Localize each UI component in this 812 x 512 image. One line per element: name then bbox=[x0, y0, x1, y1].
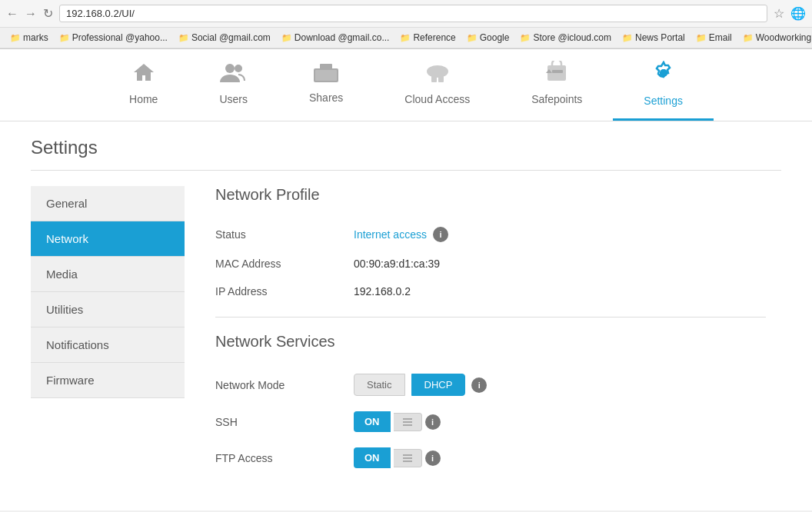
settings-main: Network Profile Status Internet access i… bbox=[200, 186, 781, 476]
ftp-row: FTP Access ON i bbox=[215, 440, 766, 476]
sidebar-item-utilities[interactable]: Utilities bbox=[31, 292, 185, 327]
users-icon bbox=[220, 61, 248, 89]
cloud-icon bbox=[422, 61, 453, 89]
home-icon bbox=[131, 61, 156, 89]
ftp-on-button[interactable]: ON bbox=[354, 447, 391, 468]
switch-lines-icon bbox=[403, 454, 412, 462]
ssh-on-button[interactable]: ON bbox=[354, 411, 391, 432]
settings-page: Settings General Network Media Utilities… bbox=[0, 121, 812, 491]
ssh-label: SSH bbox=[215, 416, 354, 428]
bookmark-label: Download @gmail.co... bbox=[295, 32, 390, 43]
browser-chrome: ← → ↻ ☆ 🌐 📁 marks 📁 Professional @yahoo.… bbox=[0, 0, 812, 49]
nav-shares[interactable]: Shares bbox=[278, 49, 374, 121]
bookmark-label: Google bbox=[480, 32, 510, 43]
address-input[interactable] bbox=[59, 5, 767, 22]
sidebar-item-network[interactable]: Network bbox=[31, 221, 185, 257]
ftp-info-icon[interactable]: i bbox=[425, 450, 441, 466]
status-text: Internet access bbox=[354, 228, 427, 241]
page-content: Home Users bbox=[0, 49, 812, 510]
ssh-toggle: ON i bbox=[354, 411, 441, 432]
folder-icon: 📁 bbox=[520, 33, 531, 43]
bookmark-professional[interactable]: 📁 Professional @yahoo... bbox=[55, 31, 171, 45]
nav-users-label: Users bbox=[219, 93, 248, 105]
dhcp-button[interactable]: DHCP bbox=[411, 374, 466, 396]
svg-point-0 bbox=[225, 64, 235, 73]
ftp-off-button[interactable] bbox=[394, 449, 422, 467]
bookmark-label: Woodworking bbox=[756, 32, 811, 43]
shares-icon bbox=[314, 61, 338, 88]
network-mode-toggle: Static DHCP i bbox=[354, 374, 487, 396]
svg-point-5 bbox=[427, 65, 448, 78]
bookmark-store[interactable]: 📁 Store @icloud.com bbox=[516, 31, 615, 45]
folder-icon: 📁 bbox=[178, 33, 189, 43]
folder-icon: 📁 bbox=[743, 33, 754, 43]
folder-icon: 📁 bbox=[400, 33, 411, 43]
bookmark-google[interactable]: 📁 Google bbox=[463, 31, 514, 45]
nav-cloud[interactable]: Cloud Access bbox=[374, 49, 501, 121]
forward-icon[interactable]: → bbox=[25, 7, 37, 21]
bookmark-star-icon[interactable]: ☆ bbox=[774, 6, 784, 21]
nav-users[interactable]: Users bbox=[188, 49, 278, 121]
settings-sidebar: General Network Media Utilities Notifica… bbox=[31, 186, 185, 476]
svg-rect-9 bbox=[552, 70, 563, 73]
bookmark-label: Email bbox=[709, 32, 732, 43]
sidebar-item-general[interactable]: General bbox=[31, 186, 185, 221]
nav-home[interactable]: Home bbox=[98, 49, 188, 121]
nav-header: Home Users bbox=[0, 49, 812, 121]
ssh-info-icon[interactable]: i bbox=[425, 414, 441, 430]
folder-icon: 📁 bbox=[622, 33, 633, 43]
ftp-toggle: ON i bbox=[354, 447, 441, 468]
svg-point-11 bbox=[660, 69, 667, 77]
mac-label: MAC Address bbox=[215, 258, 354, 270]
bookmark-marks[interactable]: 📁 marks bbox=[6, 31, 52, 45]
svg-rect-3 bbox=[320, 64, 332, 70]
bookmark-email[interactable]: 📁 Email bbox=[692, 31, 736, 45]
static-button[interactable]: Static bbox=[354, 374, 405, 396]
ip-row: IP Address 192.168.0.2 bbox=[215, 278, 766, 305]
bookmark-woodworking[interactable]: 📁 Woodworking bbox=[739, 31, 812, 45]
nav-home-label: Home bbox=[129, 93, 158, 105]
switch-lines-icon bbox=[403, 418, 412, 426]
bookmark-label: News Portal bbox=[635, 32, 685, 43]
bookmark-reference[interactable]: 📁 Reference bbox=[396, 31, 459, 45]
sidebar-item-notifications[interactable]: Notifications bbox=[31, 327, 185, 363]
nav-safepoints-label: Safepoints bbox=[531, 93, 582, 105]
services-divider bbox=[215, 317, 766, 318]
status-row: Status Internet access i bbox=[215, 219, 766, 250]
network-mode-label: Network Mode bbox=[215, 379, 354, 391]
status-info-icon[interactable]: i bbox=[433, 227, 448, 242]
ssh-off-button[interactable] bbox=[394, 413, 422, 431]
status-label: Status bbox=[215, 228, 354, 241]
mac-value: 00:90:a9:d1:ca:39 bbox=[354, 258, 440, 270]
bookmark-social[interactable]: 📁 Social @gmail.com bbox=[175, 31, 275, 45]
nav-items: Home Users bbox=[98, 49, 714, 121]
network-services-title: Network Services bbox=[215, 333, 766, 351]
bookmark-label: Social @gmail.com bbox=[191, 32, 271, 43]
page-title: Settings bbox=[31, 137, 781, 158]
sidebar-item-firmware[interactable]: Firmware bbox=[31, 363, 185, 398]
nav-shares-label: Shares bbox=[309, 91, 343, 104]
back-icon[interactable]: ← bbox=[6, 7, 18, 21]
network-mode-row: Network Mode Static DHCP i bbox=[215, 366, 766, 404]
mode-info-icon[interactable]: i bbox=[471, 377, 487, 393]
nav-settings[interactable]: Settings bbox=[613, 49, 714, 121]
network-profile-title: Network Profile bbox=[215, 186, 766, 204]
bookmark-label: marks bbox=[23, 32, 48, 43]
bookmark-download[interactable]: 📁 Download @gmail.co... bbox=[278, 31, 394, 45]
bookmarks-bar: 📁 marks 📁 Professional @yahoo... 📁 Socia… bbox=[0, 28, 812, 48]
nav-safepoints[interactable]: Safepoints bbox=[501, 49, 613, 121]
reload-icon[interactable]: ↻ bbox=[43, 6, 53, 21]
svg-rect-7 bbox=[438, 75, 444, 82]
bookmark-label: Professional @yahoo... bbox=[72, 32, 168, 43]
ip-value: 192.168.0.2 bbox=[354, 285, 411, 298]
ftp-label: FTP Access bbox=[215, 452, 354, 464]
settings-layout: General Network Media Utilities Notifica… bbox=[31, 186, 781, 476]
nav-settings-label: Settings bbox=[644, 95, 683, 107]
sidebar-item-media[interactable]: Media bbox=[31, 257, 185, 292]
folder-icon: 📁 bbox=[281, 33, 292, 43]
folder-icon: 📁 bbox=[59, 33, 70, 43]
svg-point-1 bbox=[235, 65, 242, 72]
nav-cloud-label: Cloud Access bbox=[404, 93, 470, 105]
globe-icon[interactable]: 🌐 bbox=[790, 6, 806, 21]
bookmark-news[interactable]: 📁 News Portal bbox=[618, 31, 689, 45]
